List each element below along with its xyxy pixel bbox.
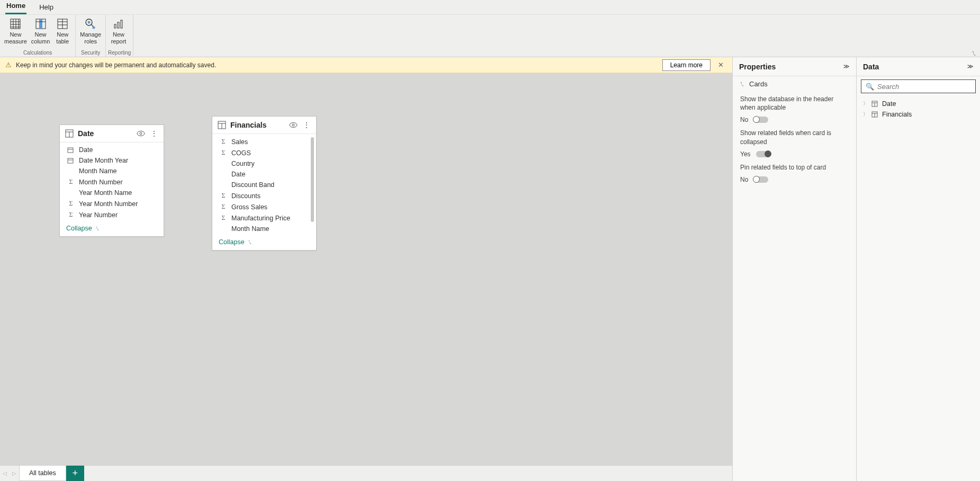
visibility-icon[interactable]	[136, 130, 146, 137]
field-label: Discounts	[231, 192, 260, 200]
properties-section-cards[interactable]: ㄟ Cards	[733, 76, 856, 92]
manage-roles-button[interactable]: Manage roles	[78, 15, 103, 49]
svg-point-15	[88, 21, 91, 24]
field-item[interactable]: ΣYear Month Number	[60, 198, 164, 209]
new-column-button[interactable]: New column	[29, 15, 52, 49]
tab-nav-prev[interactable]: ◁	[0, 466, 10, 481]
field-label: Year Number	[79, 211, 118, 219]
properties-title: Properties	[739, 63, 776, 71]
data-title: Data	[863, 63, 879, 71]
sum-icon: Σ	[220, 149, 227, 157]
ribbon: New measure New column New table Calcula…	[0, 15, 980, 57]
field-label: Month Name	[79, 167, 117, 175]
chevron-right-icon: 〉	[863, 111, 868, 118]
sum-icon: Σ	[220, 203, 227, 211]
sum-icon: Σ	[220, 192, 227, 200]
toggle-switch[interactable]	[753, 176, 768, 183]
field-item[interactable]: Date	[60, 145, 164, 155]
svg-point-34	[292, 124, 294, 126]
properties-collapse-button[interactable]: ≫	[843, 63, 850, 70]
tab-all-tables[interactable]: All tables	[19, 466, 66, 481]
tab-nav-next[interactable]: ▷	[10, 466, 19, 481]
warning-icon: ⚠	[5, 61, 12, 69]
new-table-button[interactable]: New table	[52, 15, 73, 49]
card-title: Date	[78, 129, 132, 138]
property-value: No	[740, 176, 748, 183]
field-label: COGS	[231, 149, 251, 157]
toggle-switch[interactable]	[753, 117, 768, 123]
field-item[interactable]: ΣManufacturing Price	[212, 212, 316, 224]
field-label: Discount Band	[231, 181, 274, 189]
table-icon	[65, 129, 74, 138]
field-label: Date	[79, 146, 93, 154]
table-card[interactable]: Date ⋮ DateDate Month YearMonth NameΣMon…	[59, 124, 164, 237]
add-tab-button[interactable]: +	[66, 466, 84, 481]
menubar: Home Help	[0, 0, 980, 15]
properties-panel: Properties ≫ ㄟ Cards Show the database i…	[732, 57, 856, 481]
toggle-switch[interactable]	[756, 151, 771, 157]
field-item[interactable]: Month Name	[212, 224, 316, 234]
data-tree-item[interactable]: 〉 Date	[859, 99, 978, 109]
chevron-up-icon: ㄟ	[247, 238, 253, 246]
field-item[interactable]: Month Name	[60, 166, 164, 176]
field-item[interactable]: Year Month Name	[60, 188, 164, 198]
column-icon	[35, 17, 46, 31]
data-tree-item[interactable]: 〉 Financials	[859, 109, 978, 120]
chevron-right-icon: 〉	[863, 100, 868, 108]
field-item[interactable]: ΣDiscounts	[212, 190, 316, 201]
table-icon	[871, 101, 879, 107]
field-item[interactable]: Σ Sales	[212, 136, 316, 147]
cal-icon	[67, 147, 75, 153]
search-input[interactable]	[877, 83, 971, 91]
svg-rect-26	[68, 148, 73, 153]
field-item[interactable]: Date Month Year	[60, 155, 164, 166]
more-options-button[interactable]: ⋮	[150, 129, 158, 138]
new-report-button[interactable]: New report	[108, 15, 129, 49]
more-options-button[interactable]: ⋮	[302, 121, 311, 129]
model-canvas[interactable]: Date ⋮ DateDate Month YearMonth NameΣMon…	[0, 73, 732, 465]
table-icon	[218, 121, 226, 129]
svg-point-24	[137, 131, 145, 136]
sum-icon: Σ	[220, 138, 227, 146]
tree-item-label: Financials	[882, 111, 912, 118]
field-item[interactable]: Country	[212, 158, 316, 169]
field-item[interactable]: ΣYear Number	[60, 209, 164, 220]
field-label: Gross Sales	[231, 203, 267, 211]
field-item[interactable]: Discount Band	[212, 180, 316, 190]
search-input-container[interactable]: 🔍	[861, 79, 976, 93]
field-label: Year Month Number	[79, 200, 138, 208]
property-description: Pin related fields to top of card	[740, 163, 849, 172]
field-label: Manufacturing Price	[231, 215, 290, 222]
notice-close-button[interactable]: ✕	[715, 61, 727, 69]
field-item[interactable]: ΣGross Sales	[212, 201, 316, 212]
ribbon-collapse-button[interactable]: ㄟ	[971, 49, 977, 57]
svg-rect-18	[114, 24, 116, 28]
svg-rect-8	[39, 19, 42, 29]
field-item[interactable]: ΣMonth Number	[60, 176, 164, 188]
menu-home[interactable]: Home	[5, 0, 26, 14]
field-item[interactable]: Date	[212, 169, 316, 180]
menu-help[interactable]: Help	[38, 1, 55, 14]
chevron-up-icon: ㄟ	[95, 225, 100, 232]
notice-bar: ⚠ Keep in mind your changes will be perm…	[0, 57, 732, 73]
field-label: Year Month Name	[79, 189, 132, 197]
property-description: Show the database in the header when app…	[740, 95, 849, 112]
svg-point-17	[93, 26, 95, 29]
scrollbar[interactable]	[311, 137, 314, 222]
sum-icon: Σ	[220, 214, 227, 222]
collapse-button[interactable]: Collapseㄟ	[212, 235, 316, 250]
new-measure-button[interactable]: New measure	[2, 15, 29, 49]
svg-point-33	[290, 123, 297, 128]
svg-rect-20	[121, 20, 122, 28]
property-value: No	[740, 116, 748, 123]
field-item[interactable]: Σ COGS	[212, 147, 316, 158]
visibility-icon[interactable]	[289, 122, 298, 128]
sum-icon: Σ	[67, 211, 75, 219]
property-description: Show related fields when card is collaps…	[740, 129, 849, 146]
collapse-button[interactable]: Collapseㄟ	[60, 221, 164, 236]
data-collapse-button[interactable]: ≫	[967, 63, 974, 70]
table-card[interactable]: Financials ⋮ Σ SalesΣ COGSCountryDateDis…	[212, 116, 317, 251]
measure-icon	[10, 17, 21, 31]
data-panel: Data ≫ 🔍 〉 Date〉 Financials	[856, 57, 980, 481]
learn-more-button[interactable]: Learn more	[662, 59, 711, 71]
